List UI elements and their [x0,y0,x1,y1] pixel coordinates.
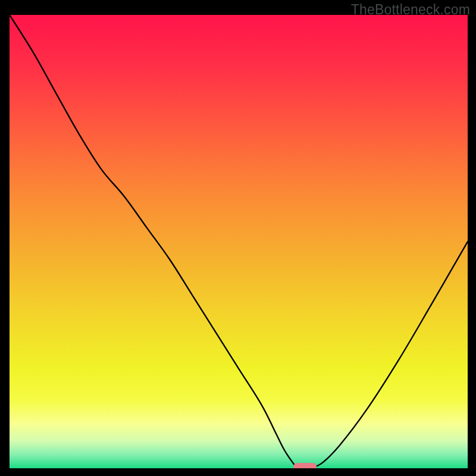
bottleneck-chart [10,15,468,468]
gradient-background [10,15,468,468]
chart-frame: TheBottleneck.com [0,0,476,476]
optimal-marker [293,463,317,468]
